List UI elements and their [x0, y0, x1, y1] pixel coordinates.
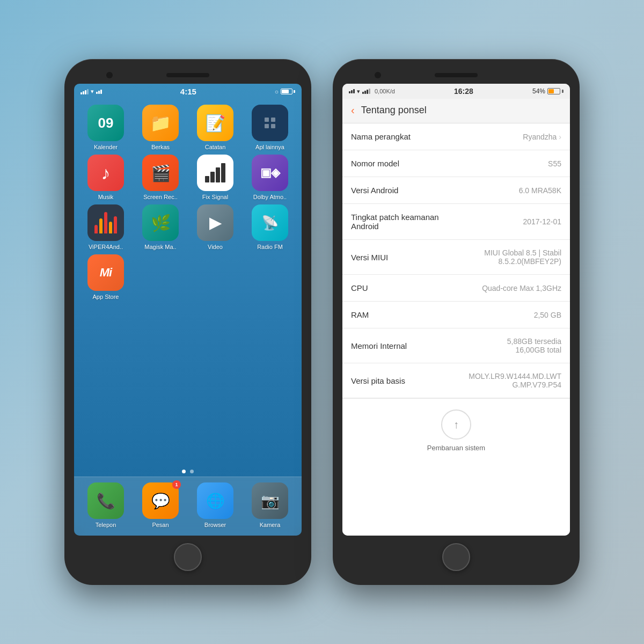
browser-icon: 🌐 — [206, 492, 225, 510]
app-musik[interactable]: ♪ Musik — [82, 155, 130, 200]
dock: 📞 Telepon 💬 1 Pesan 🌐 Browser — [74, 477, 302, 536]
dot-2 — [190, 470, 194, 473]
app-telepon[interactable]: 📞 Telepon — [82, 482, 130, 528]
back-button[interactable]: ‹ — [351, 104, 355, 116]
label-ram: RAM — [351, 310, 369, 319]
upload-icon: ↑ — [453, 419, 459, 431]
app-kamera-label: Kamera — [260, 522, 281, 528]
app-mi-store-label: App Store — [93, 294, 119, 300]
message-icon: 💬 — [151, 492, 170, 510]
app-grid: 09 Kalender 📁 Berkas 📝 — [74, 99, 302, 466]
app-row-2: ♪ Musik 🎬 Screen Rec.. — [78, 155, 297, 200]
settings-signal2-icon — [362, 89, 370, 94]
update-label: Pembaruan sistem — [427, 444, 485, 452]
app-browser-label: Browser — [204, 522, 226, 528]
app-dolby[interactable]: ▣◈ Dolby Atmo.. — [246, 155, 294, 200]
settings-status-bar: ▾ 0,00K/d 16:28 54% — [342, 84, 570, 99]
home-button[interactable] — [174, 543, 202, 571]
value-memori: 5,88GB tersedia16,00GB total — [507, 337, 561, 354]
settings-row-nomor-model[interactable]: Nomor model S55 — [342, 150, 570, 177]
app-apl-lainnya[interactable]: Apl lainnya — [246, 105, 294, 150]
app-fix-signal-label: Fix Signal — [202, 194, 228, 200]
calendar-number: 09 — [98, 116, 114, 130]
home-button-area-2 — [342, 536, 570, 575]
label-versi-android: Versi Android — [351, 186, 398, 195]
home-button-area — [74, 536, 302, 575]
page-dots — [74, 466, 302, 477]
radio-icon: 📡 — [261, 215, 279, 231]
value-ram: 2,50 GB — [534, 311, 561, 319]
app-catatan[interactable]: 📝 Catatan — [191, 105, 239, 150]
value-patch: 2017-12-01 — [523, 217, 561, 226]
app-viper4and[interactable]: ViPER4And.. — [82, 204, 130, 250]
settings-row-versi-miui[interactable]: Versi MIUI MIUI Global 8.5 | Stabil8.5.2… — [342, 240, 570, 275]
viper-icon — [94, 212, 117, 233]
app-mi-store[interactable]: Mi App Store — [82, 254, 130, 300]
settings-wifi-icon: ▾ — [357, 88, 360, 95]
app-fix-signal[interactable]: Fix Signal — [191, 155, 239, 200]
phone-2-top-bar — [342, 69, 570, 84]
dolby-icon: ▣◈ — [260, 166, 280, 180]
app-video[interactable]: ▶ Video — [191, 204, 239, 250]
chevron-right-icon: › — [559, 133, 561, 141]
value-versi-pita: MOLY.LR9.W1444.MD.LWTG.MP.V79.P54 — [469, 372, 561, 389]
settings-row-nama-perangkat[interactable]: Nama perangkat Ryandzha › — [342, 123, 570, 150]
front-camera — [106, 72, 113, 78]
app-magisk[interactable]: 🌿 Magisk Ma.. — [136, 204, 185, 250]
data-speed: 0,00K/d — [375, 88, 395, 94]
label-versi-miui: Versi MIUI — [351, 253, 388, 262]
label-versi-pita: Versi pita basis — [351, 376, 405, 385]
app-pesan[interactable]: 💬 1 Pesan — [136, 482, 185, 528]
musik-icon: ♪ — [101, 163, 111, 184]
settings-row-cpu[interactable]: CPU Quad-core Max 1,3GHz — [342, 275, 570, 302]
app-pesan-label: Pesan — [152, 522, 169, 528]
settings-row-memori[interactable]: Memori Internal 5,88GB tersedia16,00GB t… — [342, 328, 570, 363]
value-nama-perangkat: Ryandzha › — [523, 133, 561, 141]
app-radio-fm-label: Radio FM — [257, 244, 283, 250]
app-telepon-label: Telepon — [96, 522, 116, 528]
settings-signal-icon — [349, 89, 355, 93]
phone-1-top-bar — [74, 69, 302, 84]
app-magisk-label: Magisk Ma.. — [144, 244, 176, 250]
label-nama-perangkat: Nama perangkat — [351, 132, 411, 141]
update-button[interactable]: ↑ — [441, 409, 471, 440]
phone-2: ▾ 0,00K/d 16:28 54% — [333, 59, 580, 585]
battery-icon — [281, 89, 295, 94]
settings-battery-icon — [547, 88, 564, 94]
app-row-3: ViPER4And.. 🌿 Magisk Ma.. ▶ Video — [78, 204, 297, 250]
settings-row-patch[interactable]: Tingkat patch keamanan Android 2017-12-0… — [342, 204, 570, 240]
phone-1: ▾ 4:15 ○ — [64, 59, 311, 585]
app-berkas[interactable]: 📁 Berkas — [136, 105, 185, 150]
settings-time: 16:28 — [454, 87, 473, 96]
app-musik-label: Musik — [98, 194, 114, 200]
mi-store-icon: Mi — [100, 266, 112, 280]
settings-header: ‹ Tentang ponsel — [342, 99, 570, 123]
app-row-1: 09 Kalender 📁 Berkas 📝 — [78, 105, 297, 150]
app-viper4and-label: ViPER4And.. — [89, 244, 123, 250]
app-browser[interactable]: 🌐 Browser — [191, 482, 239, 528]
fix-signal-icon — [201, 159, 230, 187]
video-icon: ▶ — [209, 214, 221, 232]
app-screen-rec[interactable]: 🎬 Screen Rec.. — [136, 155, 185, 200]
home-button-2[interactable] — [442, 543, 470, 571]
message-badge: 1 — [172, 480, 181, 489]
camera-icon: 📷 — [261, 492, 280, 510]
time-display: 4:15 — [180, 87, 196, 96]
app-kalender[interactable]: 09 Kalender — [82, 105, 130, 150]
berkas-icon: 📁 — [150, 113, 171, 133]
status-right: ○ — [275, 88, 295, 96]
settings-list[interactable]: Nama perangkat Ryandzha › Nomor model S5… — [342, 123, 570, 536]
settings-row-versi-pita[interactable]: Versi pita basis MOLY.LR9.W1444.MD.LWTG.… — [342, 363, 570, 398]
settings-row-ram[interactable]: RAM 2,50 GB — [342, 302, 570, 328]
app-radio-fm[interactable]: 📡 Radio FM — [246, 204, 294, 250]
app-catatan-label: Catatan — [205, 144, 226, 150]
settings-row-versi-android[interactable]: Versi Android 6.0 MRA58K — [342, 177, 570, 204]
app-kamera[interactable]: 📷 Kamera — [246, 482, 294, 528]
settings-status-right: 54% — [532, 87, 564, 95]
label-patch: Tingkat patch keamanan Android — [351, 213, 467, 231]
phone-2-screen: ▾ 0,00K/d 16:28 54% — [342, 84, 570, 536]
apl-lainnya-icon — [259, 112, 281, 134]
app-dolby-label: Dolby Atmo.. — [253, 194, 287, 200]
label-cpu: CPU — [351, 283, 368, 292]
app-apl-lainnya-label: Apl lainnya — [255, 144, 284, 150]
